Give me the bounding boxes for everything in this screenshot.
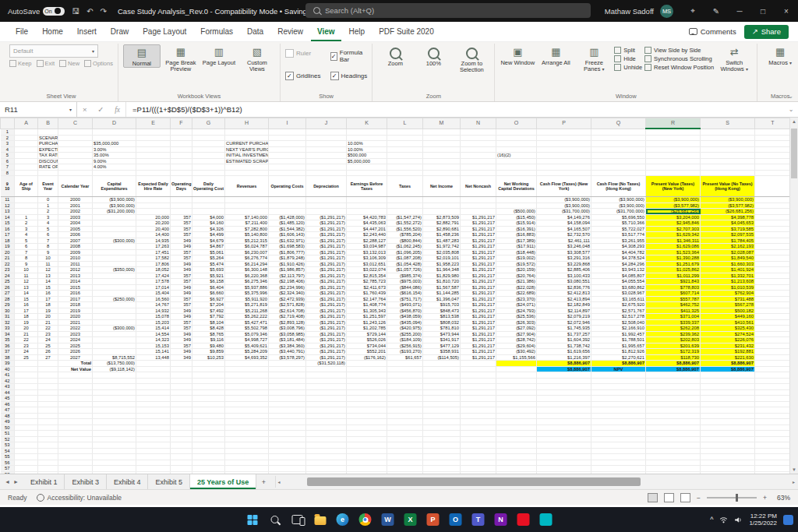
cell[interactable]: ($2,571,828) [269,302,306,308]
row-header[interactable]: 13 [1,209,15,215]
cell[interactable]: 3 [15,226,38,232]
cell[interactable]: $2,732,570 [537,232,591,238]
cell[interactable]: ($1,291,217) [306,314,347,320]
cell-grid[interactable]: ABCDEFGHIJKLMNOPQRST12SCENARIO: 25 YEARS… [0,118,791,474]
cell[interactable] [591,389,646,396]
cell[interactable] [755,153,791,159]
sheet-tab-exhibit-5[interactable]: Exhibit 5 [148,474,190,489]
cell[interactable] [192,454,225,460]
cell[interactable]: 17,582 [136,255,171,262]
cell[interactable] [15,454,38,460]
cell[interactable] [755,308,791,314]
cell[interactable]: ($19,572) [496,261,537,267]
cell[interactable]: ($1,291,217) [306,343,347,349]
page-break-preview-button[interactable]: ▦Page Break Preview [163,44,199,72]
cell[interactable] [58,170,93,176]
cell[interactable]: $3,246,048 [537,244,591,250]
cell[interactable] [347,361,387,367]
cell[interactable]: $6,276,774 [225,255,269,262]
cell[interactable]: 357 [171,226,192,232]
cell[interactable]: ($256,915) [387,343,423,349]
cell[interactable] [496,129,537,135]
cell[interactable]: $607,714 [646,291,701,297]
cell[interactable] [192,372,225,379]
cell[interactable]: 15 [38,284,58,291]
cell[interactable] [591,164,646,171]
cell[interactable]: 2010 [58,255,93,262]
cell[interactable]: $172,319 [646,349,701,355]
cell[interactable]: $4,149,276 [537,214,591,220]
cell[interactable] [136,471,171,474]
cell[interactable] [269,209,306,215]
cell[interactable]: 2016 [58,291,93,297]
cell[interactable]: ($1,547,274) [387,214,423,220]
reset-window-position-button[interactable]: Reset Window Position [644,64,714,71]
cell[interactable] [192,384,225,390]
cell[interactable]: ($193,270) [387,349,423,355]
cell[interactable]: 2004 [58,220,93,227]
cell[interactable]: ($456,870) [387,308,423,314]
cell[interactable]: ($21,386) [496,279,537,285]
cell[interactable]: 357 [171,343,192,349]
cell[interactable]: 349 [171,291,192,297]
cell[interactable] [136,389,171,396]
cell[interactable]: $4,326 [192,226,225,232]
cell[interactable] [387,425,423,431]
cell[interactable] [347,407,387,414]
cell[interactable] [347,197,387,203]
cell[interactable]: $552,201 [347,349,387,355]
cell[interactable] [646,158,701,164]
cell[interactable] [537,466,591,472]
cell[interactable] [225,425,269,431]
column-header[interactable]: G [192,118,225,129]
zoom-in-button[interactable]: + [763,494,767,502]
cell[interactable]: $9,116 [192,337,225,344]
cell[interactable] [423,401,461,407]
cell[interactable] [423,471,461,474]
cell[interactable] [591,401,646,407]
cell[interactable]: ($22,028) [496,284,537,291]
cell[interactable] [755,331,791,337]
cell[interactable] [93,337,136,344]
cell[interactable] [136,396,171,402]
row-header[interactable]: 44 [1,389,15,396]
taskbar-outlook-icon[interactable]: O [447,511,464,528]
cell[interactable] [171,135,192,141]
column-title[interactable]: Operating Costs [269,176,306,197]
cell[interactable] [269,170,306,176]
cell[interactable]: 357 [171,249,192,255]
cell[interactable]: $3,261,955 [591,238,646,244]
cell[interactable]: 25 [15,354,38,361]
cell[interactable] [93,349,136,355]
cell[interactable] [347,372,387,379]
cell[interactable] [496,407,537,414]
cell[interactable]: 3.00% [93,146,136,153]
cell[interactable]: 9 [15,261,38,267]
cell[interactable] [225,454,269,460]
cell[interactable] [192,146,225,153]
autosave-switch[interactable]: On [43,7,65,16]
cell[interactable] [225,436,269,442]
cell[interactable] [461,442,496,449]
cell[interactable]: ($1,632,971) [269,238,306,244]
column-title[interactable]: Earnings Before Taxes [347,176,387,197]
cell[interactable]: $9,480 [192,343,225,349]
cell[interactable]: ($2,234,996) [269,284,306,291]
cell[interactable]: $10,253 [192,354,225,361]
cell[interactable]: $2,412,813 [537,291,591,297]
column-title[interactable]: Capital Expenditures [93,176,136,197]
row-header[interactable]: 40 [1,366,15,372]
cell[interactable] [93,135,136,141]
cell[interactable] [93,343,136,349]
cell[interactable]: ($3,900,000) [537,203,591,209]
cell[interactable] [537,170,591,176]
cell[interactable]: $2,885,406 [537,267,591,273]
cell[interactable] [347,203,387,209]
cell[interactable] [269,384,306,390]
cell[interactable] [496,425,537,431]
cell[interactable] [306,454,347,460]
cell[interactable]: $473,944 [423,331,461,337]
row-header[interactable]: 53 [1,442,15,449]
cell[interactable] [646,129,701,135]
cell[interactable] [591,372,646,379]
